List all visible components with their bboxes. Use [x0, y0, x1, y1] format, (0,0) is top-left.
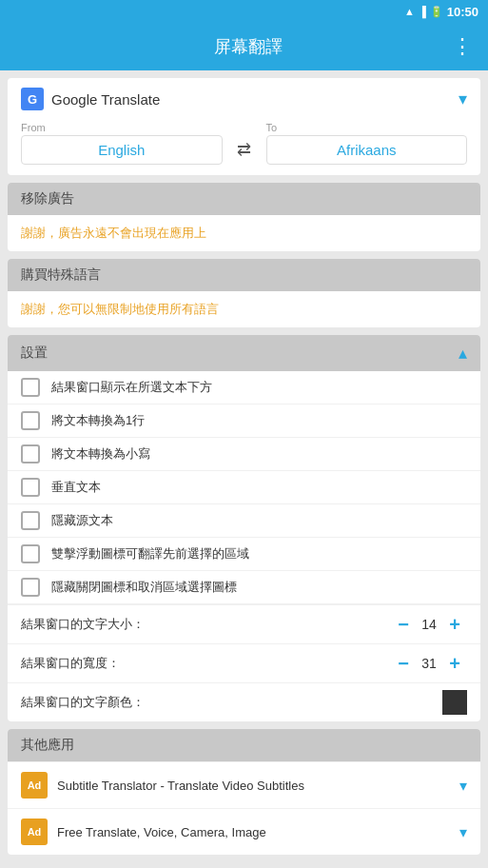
to-lang-wrap: To Afrikaans — [266, 122, 468, 165]
width-label: 結果窗口的寬度： — [21, 655, 391, 672]
checkbox-4[interactable] — [21, 478, 40, 497]
remove-ads-text: 謝謝，廣告永遠不會出現在應用上 — [21, 226, 206, 240]
remove-ads-body: 謝謝，廣告永遠不會出現在應用上 — [8, 215, 480, 251]
checkbox-7[interactable] — [21, 578, 40, 597]
checkbox-label-1: 結果窗口顯示在所選文本下方 — [51, 379, 212, 396]
font-size-label: 結果窗口的文字大小： — [21, 616, 391, 633]
checkbox-item-5: 隱藏源文本 — [8, 504, 480, 538]
menu-button[interactable]: ⋮ — [452, 36, 473, 57]
swap-languages-button[interactable]: ⇄ — [228, 133, 261, 166]
checkbox-5[interactable] — [21, 511, 40, 530]
app-chevron-1: ▾ — [459, 777, 467, 795]
checkbox-label-4: 垂直文本 — [51, 479, 101, 496]
buy-lang-title: 購買特殊語言 — [21, 266, 101, 284]
app-ad-badge-2: Ad — [21, 819, 48, 845]
checkbox-item-2: 將文本轉換為1行 — [8, 404, 480, 438]
font-color-swatch[interactable] — [442, 690, 467, 715]
header-title: 屏幕翻譯 — [44, 35, 452, 58]
width-value: 31 — [416, 656, 442, 671]
buy-lang-header: 購買特殊語言 — [8, 259, 480, 291]
remove-ads-section: 移除廣告 謝謝，廣告永遠不會出現在應用上 — [8, 183, 480, 251]
checkbox-item-3: 將文本轉換為小寫 — [8, 438, 480, 471]
from-language-button[interactable]: English — [21, 135, 223, 165]
other-apps-section: 其他應用 Ad Subtitle Translator - Translate … — [8, 729, 480, 855]
from-label: From — [21, 122, 223, 133]
translate-card: G Google Translate ▾ From English ⇄ To A… — [8, 78, 480, 175]
content-area: G Google Translate ▾ From English ⇄ To A… — [0, 70, 488, 868]
checkbox-item-1: 結果窗口顯示在所選文本下方 — [8, 371, 480, 404]
checkbox-label-2: 將文本轉換為1行 — [51, 412, 145, 429]
checkbox-item-7: 隱藏關閉圖標和取消區域選擇圖標 — [8, 571, 480, 604]
font-size-plus-button[interactable]: + — [442, 612, 467, 637]
wifi-icon: ▲ — [404, 6, 415, 17]
app-name-2: Free Translate, Voice, Camera, Image — [57, 825, 450, 839]
app-name-1: Subtitle Translator - Translate Video Su… — [57, 779, 450, 793]
settings-collapse-icon: ▴ — [459, 343, 467, 364]
width-plus-button[interactable]: + — [442, 651, 467, 676]
buy-lang-body: 謝謝，您可以無限制地使用所有語言 — [8, 291, 480, 327]
app-item-2[interactable]: Ad Free Translate, Voice, Camera, Image … — [8, 808, 480, 855]
language-row: From English ⇄ To Afrikaans — [21, 120, 467, 166]
provider-name: Google Translate — [51, 91, 160, 108]
checkbox-item-6: 雙擊浮動圖標可翻譯先前選擇的區域 — [8, 538, 480, 571]
width-minus-button[interactable]: − — [391, 651, 416, 676]
google-icon: G — [21, 88, 44, 110]
remove-ads-title: 移除廣告 — [21, 190, 74, 207]
to-language-button[interactable]: Afrikaans — [266, 135, 468, 165]
app-ad-badge-1: Ad — [21, 772, 48, 799]
settings-header[interactable]: 設置 ▴ — [8, 335, 480, 371]
remove-ads-header: 移除廣告 — [8, 183, 480, 215]
buy-lang-text: 謝謝，您可以無限制地使用所有語言 — [21, 302, 219, 316]
checkbox-6[interactable] — [21, 544, 40, 563]
checkbox-1[interactable] — [21, 378, 40, 397]
status-time: 10:50 — [447, 5, 478, 19]
checkbox-label-3: 將文本轉換為小寫 — [51, 445, 150, 463]
checkbox-label-6: 雙擊浮動圖標可翻譯先前選擇的區域 — [51, 545, 249, 562]
header: 屏幕翻譯 ⋮ — [0, 23, 488, 70]
provider-dropdown-chevron[interactable]: ▾ — [459, 89, 467, 109]
other-apps-title: 其他應用 — [21, 737, 74, 752]
checkbox-2[interactable] — [21, 411, 40, 430]
provider-left: G Google Translate — [21, 88, 160, 110]
font-color-label: 結果窗口的文字顏色： — [21, 694, 442, 711]
checkbox-3[interactable] — [21, 444, 40, 464]
width-row: 結果窗口的寬度： − 31 + — [8, 643, 480, 682]
other-apps-header: 其他應用 — [8, 729, 480, 761]
settings-title: 設置 — [21, 345, 48, 362]
buy-lang-section: 購買特殊語言 謝謝，您可以無限制地使用所有語言 — [8, 259, 480, 327]
app-chevron-2: ▾ — [459, 823, 467, 841]
checkbox-label-7: 隱藏關閉圖標和取消區域選擇圖標 — [51, 579, 237, 596]
status-bar: ▲ ▐ 🔋 10:50 — [0, 0, 488, 23]
signal-icon: ▐ — [419, 6, 426, 17]
settings-section: 設置 ▴ 結果窗口顯示在所選文本下方 將文本轉換為1行 將文本轉換為小寫 垂直文… — [8, 335, 480, 721]
from-lang-wrap: From English — [21, 122, 223, 165]
app-item-1[interactable]: Ad Subtitle Translator - Translate Video… — [8, 761, 480, 808]
font-size-minus-button[interactable]: − — [391, 612, 416, 637]
checkbox-item-4: 垂直文本 — [8, 471, 480, 504]
font-size-value: 14 — [416, 617, 442, 632]
to-label: To — [266, 122, 468, 133]
font-size-row: 結果窗口的文字大小： − 14 + — [8, 604, 480, 643]
checkbox-label-5: 隱藏源文本 — [51, 512, 113, 529]
status-icons: ▲ ▐ 🔋 10:50 — [404, 5, 478, 19]
font-color-row: 結果窗口的文字顏色： — [8, 682, 480, 721]
battery-icon: 🔋 — [430, 6, 443, 18]
translate-provider-row: G Google Translate ▾ — [21, 88, 467, 110]
